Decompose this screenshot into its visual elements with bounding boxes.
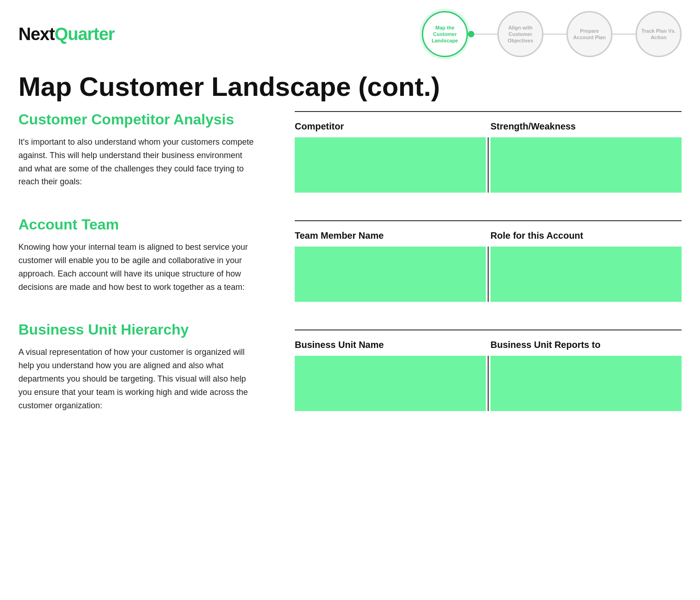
right-column: Competitor Strength/Weakness Team Member… xyxy=(295,111,682,440)
section-account-team: Account Team Knowing how your internal t… xyxy=(18,216,258,294)
page-title: Map Customer Landscape (cont.) xyxy=(0,57,700,111)
competitor-cell-2[interactable] xyxy=(490,137,682,193)
step-1-circle[interactable]: Map the Customer Landscape xyxy=(422,11,468,57)
section-business-unit: Business Unit Hierarchy A visual represe… xyxy=(18,321,258,412)
divider-2 xyxy=(295,220,682,221)
section-competitor-analysis: Customer Competitor Analysis It's import… xyxy=(18,111,258,188)
step-1-label: Map the Customer Landscape xyxy=(427,24,463,44)
account-team-table-row xyxy=(295,247,682,302)
business-unit-table: Business Unit Name Business Unit Reports… xyxy=(295,329,682,411)
competitor-table-row xyxy=(295,137,682,193)
business-unit-cell-divider xyxy=(488,356,489,411)
col-header-bu-reports: Business Unit Reports to xyxy=(486,340,682,350)
col-header-bu-name: Business Unit Name xyxy=(295,340,486,350)
section-3-heading: Business Unit Hierarchy xyxy=(18,321,258,338)
section-1-body: It's important to also understand whom y… xyxy=(18,135,258,188)
step-3-circle[interactable]: Prepare Account Plan xyxy=(566,11,612,57)
connector-dot-1 xyxy=(468,31,474,37)
step-2-circle[interactable]: Align with Customer Objectives xyxy=(497,11,543,57)
step-3[interactable]: Prepare Account Plan xyxy=(566,11,612,57)
section-3-body: A visual representation of how your cust… xyxy=(18,346,258,412)
competitor-cell-divider xyxy=(488,137,489,193)
logo: Next Quarter xyxy=(18,24,115,44)
step-4-label: Track Plan Vs. Action xyxy=(641,28,677,41)
account-team-cell-1[interactable] xyxy=(295,247,486,302)
section-1-heading: Customer Competitor Analysis xyxy=(18,111,258,128)
step-3-label: Prepare Account Plan xyxy=(572,28,607,41)
section-2-body: Knowing how your internal team is aligne… xyxy=(18,241,258,294)
divider-1 xyxy=(295,111,682,112)
competitor-cell-1[interactable] xyxy=(295,137,486,193)
connector-line-2 xyxy=(543,34,566,35)
step-1[interactable]: Map the Customer Landscape xyxy=(422,11,468,57)
stepper: Map the Customer Landscape Align with Cu… xyxy=(422,11,682,57)
account-team-cell-divider xyxy=(488,247,489,302)
col-header-strength: Strength/Weakness xyxy=(486,121,682,132)
account-team-table-header: Team Member Name Role for this Account xyxy=(295,230,682,241)
connector-line-3 xyxy=(612,34,636,35)
business-unit-cell-2[interactable] xyxy=(490,356,682,411)
main-content: Customer Competitor Analysis It's import… xyxy=(0,111,700,440)
section-2-heading: Account Team xyxy=(18,216,258,233)
competitor-table-header: Competitor Strength/Weakness xyxy=(295,121,682,132)
divider-3 xyxy=(295,329,682,330)
logo-next: Next xyxy=(18,24,54,44)
business-unit-table-header: Business Unit Name Business Unit Reports… xyxy=(295,340,682,350)
connector-line-1 xyxy=(474,34,497,35)
step-2-label: Align with Customer Objectives xyxy=(502,24,538,44)
account-team-cell-2[interactable] xyxy=(490,247,682,302)
logo-quarter: Quarter xyxy=(54,24,114,44)
account-team-table: Team Member Name Role for this Account xyxy=(295,220,682,302)
competitor-table: Competitor Strength/Weakness xyxy=(295,111,682,193)
step-4-circle[interactable]: Track Plan Vs. Action xyxy=(636,11,682,57)
header: Next Quarter Map the Customer Landscape … xyxy=(0,0,700,57)
col-header-team-member: Team Member Name xyxy=(295,230,486,241)
step-2[interactable]: Align with Customer Objectives xyxy=(497,11,543,57)
business-unit-cell-1[interactable] xyxy=(295,356,486,411)
step-4[interactable]: Track Plan Vs. Action xyxy=(636,11,682,57)
business-unit-table-row xyxy=(295,356,682,411)
left-column: Customer Competitor Analysis It's import… xyxy=(18,111,258,440)
col-header-role: Role for this Account xyxy=(486,230,682,241)
col-header-competitor: Competitor xyxy=(295,121,486,132)
